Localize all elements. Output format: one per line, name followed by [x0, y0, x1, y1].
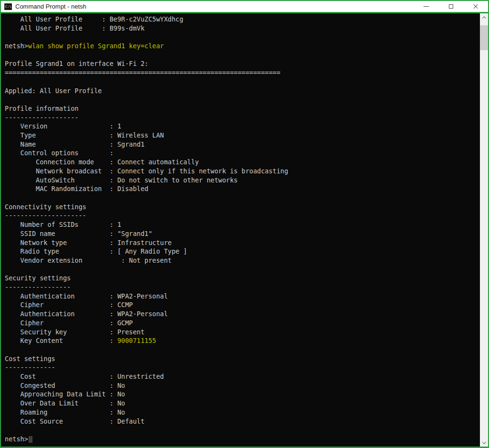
title-bar[interactable]: C:\ Command Prompt - netsh: [1, 1, 488, 13]
terminal-line: Network broadcast : Connect only if this…: [5, 167, 477, 176]
terminal-text: Connectivity settings: [5, 203, 86, 211]
terminal-text: -------------------: [5, 114, 78, 121]
command-text: wlan show profile Sgrand1 key=clear: [28, 42, 164, 50]
close-button[interactable]: [463, 1, 488, 12]
cmd-icon: C:\: [4, 3, 12, 10]
terminal-text: ---------------------: [5, 212, 86, 219]
terminal-text: Approaching Data Limit : No: [5, 390, 125, 398]
terminal-text: Cost Source : Default: [5, 417, 145, 425]
terminal-text: Security key : Present: [5, 328, 145, 336]
close-icon: [473, 4, 478, 10]
terminal-text: All User Profile : B99s-dmVk: [5, 24, 145, 32]
terminal-line: ========================================…: [5, 68, 477, 77]
terminal-line: Cost Source : Default: [5, 417, 477, 426]
terminal-text: Version : 1: [5, 122, 121, 130]
terminal-line: Connectivity settings: [5, 203, 477, 212]
terminal-text: netsh>: [5, 42, 28, 50]
terminal-text: ========================================…: [5, 69, 280, 76]
terminal-line: Cipher : GCMP: [5, 319, 477, 328]
terminal-line: [5, 95, 477, 104]
terminal-line: Applied: All User Profile: [5, 86, 477, 96]
terminal-text: MAC Randomization : Disabled: [5, 185, 149, 192]
terminal-line: Security settings: [5, 274, 477, 283]
terminal-text: Network type : Infrastructure: [5, 239, 172, 246]
terminal-text: Type : Wireless LAN: [5, 131, 164, 139]
terminal-cursor: [29, 436, 32, 443]
terminal-text: Name : Sgrand1: [5, 140, 145, 148]
caption-buttons: [414, 1, 488, 12]
terminal-line: [5, 426, 477, 435]
terminal-line: Roaming : No: [5, 408, 477, 417]
maximize-icon: [449, 4, 453, 9]
terminal-text: Applied: All User Profile: [5, 87, 102, 95]
terminal-line: Security key : Present: [5, 328, 477, 337]
terminal-line: -------------------: [5, 113, 477, 122]
terminal-line: Vendor extension : Not present: [5, 256, 477, 265]
terminal-line: [5, 265, 477, 274]
terminal-text: Over Data Limit : No: [5, 399, 125, 407]
terminal-text: Profile Sgrand1 on interface Wi-Fi 2:: [5, 60, 149, 67]
terminal-line: ---------------------: [5, 211, 477, 220]
maximize-button[interactable]: [438, 1, 463, 12]
terminal-line: All User Profile : Be9R-c2VuZC5wYXdhcg: [5, 15, 477, 24]
terminal-line: Cipher : CCMP: [5, 300, 477, 309]
terminal-line: netsh>wlan show profile Sgrand1 key=clea…: [5, 42, 477, 51]
terminal-line: Version : 1: [5, 122, 477, 131]
terminal-line: [5, 345, 477, 354]
terminal-line: Control options :: [5, 149, 477, 158]
terminal-line: Profile information: [5, 104, 477, 113]
terminal-text: Authentication : WPA2-Personal: [5, 292, 168, 300]
terminal-line: SSID name : "Sgrand1": [5, 229, 477, 238]
terminal-text: Network broadcast : Connect only if this…: [5, 167, 288, 175]
terminal-line: Authentication : WPA2-Personal: [5, 292, 477, 301]
chevron-down-icon: [482, 440, 486, 444]
terminal-text: Cipher : GCMP: [5, 319, 133, 327]
terminal-line: Name : Sgrand1: [5, 140, 477, 149]
terminal-text: Cost settings: [5, 355, 55, 363]
terminal-text: Cipher : CCMP: [5, 301, 133, 309]
command-text: 9000711155: [117, 337, 156, 344]
terminal-line: -----------------: [5, 283, 477, 292]
terminal-line: [5, 51, 477, 60]
terminal-line: Cost : Unrestricted: [5, 372, 477, 381]
scroll-down-button[interactable]: [480, 438, 488, 447]
command-prompt-window: C:\ Command Prompt - netsh All User Prof…: [0, 0, 489, 448]
terminal-line: Type : Wireless LAN: [5, 131, 477, 140]
terminal-line: Authentication : WPA2-Personal: [5, 309, 477, 319]
terminal-line: Profile Sgrand1 on interface Wi-Fi 2:: [5, 59, 477, 68]
console-output[interactable]: All User Profile : Be9R-c2VuZC5wYXdhcg A…: [1, 13, 488, 444]
minimize-icon: [424, 6, 429, 7]
terminal-line: Congested : No: [5, 381, 477, 390]
terminal-line: AutoSwitch : Do not switch to other netw…: [5, 176, 477, 185]
scrollbar-thumb[interactable]: [480, 25, 488, 50]
terminal-line: Connection mode : Connect automatically: [5, 158, 477, 167]
terminal-line: All User Profile : B99s-dmVk: [5, 24, 477, 33]
terminal-text: -----------------: [5, 283, 71, 291]
terminal-text: Number of SSIDs : 1: [5, 221, 121, 228]
terminal-text: Connection mode : Connect automatically: [5, 158, 199, 166]
terminal-line: Over Data Limit : No: [5, 399, 477, 408]
terminal-text: netsh>: [5, 435, 28, 443]
terminal-text: Control options :: [5, 149, 114, 157]
minimize-button[interactable]: [414, 1, 438, 12]
terminal-line: netsh>: [5, 435, 477, 444]
terminal-text: Cost : Unrestricted: [5, 373, 164, 380]
terminal-line: [5, 193, 477, 203]
terminal-line: [5, 77, 477, 86]
terminal-line: Key Content : 9000711155: [5, 336, 477, 345]
terminal-line: -------------: [5, 363, 477, 372]
scroll-up-button[interactable]: [480, 13, 488, 21]
terminal-text: Key Content :: [5, 337, 117, 344]
terminal-line: [5, 32, 477, 42]
chevron-up-icon: [482, 16, 486, 20]
terminal-line: Radio type : [ Any Radio Type ]: [5, 247, 477, 256]
terminal-text: Authentication : WPA2-Personal: [5, 310, 168, 318]
console-area: All User Profile : Be9R-c2VuZC5wYXdhcg A…: [1, 13, 488, 447]
terminal-text: All User Profile : Be9R-c2VuZC5wYXdhcg: [5, 15, 183, 23]
scrollbar[interactable]: [480, 13, 488, 447]
terminal-text: AutoSwitch : Do not switch to other netw…: [5, 176, 238, 184]
terminal-line: MAC Randomization : Disabled: [5, 184, 477, 193]
terminal-text: Congested : No: [5, 382, 125, 389]
terminal-line: Network type : Infrastructure: [5, 238, 477, 247]
terminal-text: SSID name : "Sgrand1": [5, 230, 152, 237]
